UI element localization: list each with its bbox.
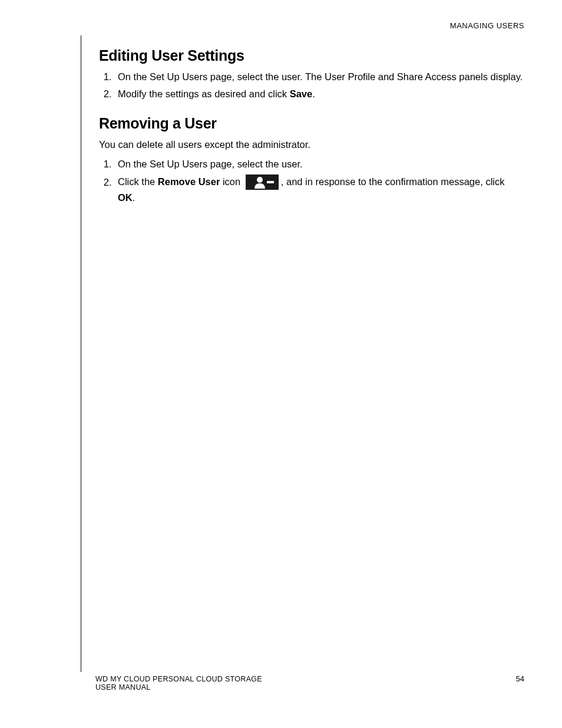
- edit-step-1: On the Set Up Users page, select the use…: [114, 70, 523, 84]
- remove-steps-list: On the Set Up Users page, select the use…: [99, 157, 523, 205]
- footer-line-1: WD MY CLOUD PERSONAL CLOUD STORAGE: [95, 675, 525, 683]
- remove-step-2-text-c: , and in response to the confirmation me…: [281, 177, 505, 187]
- remove-step-2-text-b: icon: [220, 177, 243, 187]
- remove-step-2-text-d: .: [133, 192, 135, 203]
- svg-point-1: [257, 177, 263, 183]
- save-label: Save: [290, 88, 313, 99]
- page-number: 54: [516, 674, 524, 683]
- document-page: MANAGING USERS Editing User Settings On …: [0, 0, 562, 728]
- main-content: Editing User Settings On the Set Up User…: [99, 47, 523, 208]
- edit-steps-list: On the Set Up Users page, select the use…: [99, 70, 523, 101]
- edit-step-2-text-b: .: [312, 88, 315, 99]
- left-margin-rule: [81, 35, 81, 672]
- remove-step-1: On the Set Up Users page, select the use…: [114, 157, 523, 171]
- remove-intro-text: You can delete all users except the admi…: [99, 138, 523, 151]
- edit-step-2: Modify the settings as desired and click…: [114, 87, 523, 101]
- heading-editing-user-settings: Editing User Settings: [99, 47, 523, 64]
- remove-user-icon: [246, 174, 279, 190]
- remove-step-2: Click the Remove User icon , and in resp…: [114, 174, 523, 205]
- remove-step-2-text-a: Click the: [118, 177, 158, 187]
- remove-user-bold: Remove User: [158, 177, 220, 187]
- heading-removing-user: Removing a User: [99, 115, 523, 132]
- edit-step-2-text-a: Modify the settings as desired and click: [118, 88, 290, 99]
- ok-label: OK: [118, 192, 133, 203]
- page-header-label: MANAGING USERS: [450, 21, 524, 30]
- footer-line-2: USER MANUAL: [95, 683, 525, 691]
- svg-rect-2: [267, 181, 274, 183]
- page-footer: WD MY CLOUD PERSONAL CLOUD STORAGE USER …: [95, 675, 525, 691]
